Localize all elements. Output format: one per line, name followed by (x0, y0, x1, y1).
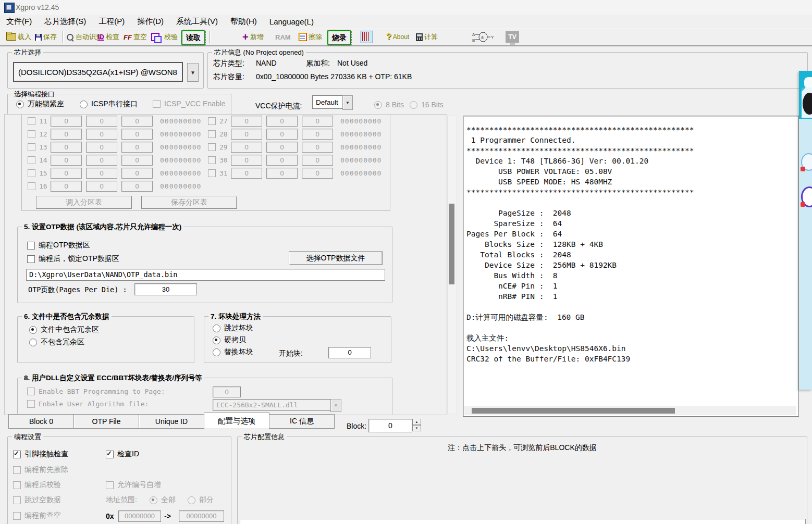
logic-test-button[interactable]: A B & Y (472, 31, 494, 43)
form-vertical-scrollbar[interactable] (447, 116, 457, 414)
scrollbar-thumb[interactable] (449, 204, 454, 284)
promo-pill-icon (804, 77, 812, 89)
select-otp-file-button[interactable]: 选择OTP数据文件 (289, 251, 383, 265)
partition-value-input[interactable]: 0 (51, 142, 82, 153)
hardcopy-radio[interactable]: 硬拷贝 (213, 335, 246, 345)
partition-value-input[interactable]: 0 (51, 129, 82, 140)
console-horizontal-scrollbar[interactable] (464, 406, 796, 415)
program-otp-checkbox[interactable]: 编程OTP数据区 (27, 241, 90, 250)
menu-language[interactable]: Language(L) (263, 15, 320, 28)
partition-value-input[interactable]: 0 (86, 142, 117, 153)
about-button[interactable]: ? About (386, 31, 409, 43)
partition-value-input[interactable]: 0 (51, 181, 82, 192)
calculator-button[interactable]: 计算 (416, 31, 438, 43)
chip-select-dropdown-button[interactable]: ▼ (187, 63, 199, 82)
promo-panel[interactable] (799, 71, 812, 390)
check-id-button[interactable]: ID 检查 (97, 31, 119, 43)
partition-value-input[interactable]: 0 (86, 181, 117, 192)
partition-value-input[interactable]: 0 (302, 142, 333, 153)
menu-project[interactable]: 工程(P) (92, 15, 131, 29)
vcc-current-select[interactable]: Default (312, 95, 347, 109)
tab-block0[interactable]: Block 0 (8, 414, 74, 429)
partition-value-input[interactable]: 0 (86, 116, 117, 127)
partition-value-input[interactable]: 0 (266, 116, 298, 127)
tab-otp-file[interactable]: OTP File (73, 414, 139, 429)
socket-radio[interactable]: 万能锁紧座 (16, 99, 64, 109)
spinner-down-icon[interactable]: ▼ (412, 425, 421, 431)
with-redundant-radio[interactable]: 文件中包含冗余区 (29, 325, 99, 334)
scrollbar-thumb[interactable] (472, 408, 675, 414)
start-block-input[interactable]: 0 (328, 347, 371, 358)
partition-value-input[interactable]: 0 (121, 129, 153, 140)
partition-checkbox-icon[interactable] (28, 130, 35, 138)
partition-value-input[interactable]: 0 (302, 155, 333, 166)
blank-check-button[interactable]: FF 查空 (124, 31, 147, 43)
partition-value-input[interactable]: 0 (51, 155, 82, 166)
partition-value-input[interactable]: 0 (231, 129, 262, 140)
partition-value-input[interactable]: 0 (231, 168, 262, 179)
partition-value-input[interactable]: 0 (266, 155, 298, 166)
partition-value-input[interactable]: 0 (266, 142, 298, 153)
menu-help[interactable]: 帮助(H) (224, 15, 263, 29)
menu-system-tools[interactable]: 系统工具(V) (170, 15, 224, 29)
partition-checkbox-icon[interactable] (208, 169, 216, 177)
tab-ic-info[interactable]: IC 信息 (269, 414, 335, 429)
block-spinner[interactable]: ▲ ▼ (412, 419, 421, 431)
tab-unique-id[interactable]: Unique ID (139, 414, 204, 429)
burn-button[interactable]: 烧录 (327, 30, 351, 45)
partition-value-input[interactable]: 0 (121, 116, 153, 127)
partition-value-input[interactable]: 0 (86, 129, 117, 140)
vcc-dropdown-button[interactable]: ▼ (342, 95, 353, 110)
partition-checkbox-icon[interactable] (208, 156, 216, 164)
partition-value-input[interactable]: 0 (121, 142, 153, 153)
partition-value-input[interactable]: 0 (121, 168, 153, 179)
spinner-up-icon[interactable]: ▲ (412, 419, 421, 425)
checkbox-icon (27, 400, 35, 408)
tab-config-options[interactable]: 配置与选项 (204, 413, 269, 429)
chip-test-button[interactable] (361, 31, 373, 43)
skip-badblock-radio[interactable]: 跳过坏块 (213, 323, 253, 333)
menu-operate[interactable]: 操作(D) (131, 15, 170, 29)
partition-value-input[interactable]: 0 (231, 116, 262, 127)
replace-badblock-radio[interactable]: 替换坏块 (213, 347, 253, 357)
partition-value-input[interactable]: 0 (121, 155, 153, 166)
partition-value-input[interactable]: 0 (121, 181, 153, 192)
partition-value-input[interactable]: 0 (231, 155, 262, 166)
partition-value-input[interactable]: 0 (86, 168, 117, 179)
partition-value-input[interactable]: 0 (302, 168, 333, 179)
partition-checkbox-icon[interactable] (208, 143, 216, 151)
verify-button[interactable]: 校验 (151, 31, 178, 43)
icsp-radio[interactable]: ICSP串行接口 (80, 99, 138, 109)
pin-contact-checkbox[interactable]: 引脚接触检查 (13, 450, 68, 459)
otp-file-path-input[interactable]: D:\Xgpro\UserData\NAND\OTP_data.bin (26, 269, 385, 281)
partition-checkbox-icon[interactable] (28, 169, 35, 177)
without-redundant-radio[interactable]: 不包含冗余区 (29, 338, 84, 347)
erase-button[interactable]: 擦除 (299, 31, 322, 43)
chip-select-combobox[interactable]: (DOSILICON)DS35Q2GA(x1+ISP) @WSON8 (13, 62, 183, 82)
save-button[interactable]: 保存 (35, 31, 57, 43)
partition-value-input[interactable]: 0 (302, 116, 333, 127)
partition-checkbox-icon[interactable] (208, 130, 216, 138)
menu-file[interactable]: 文件(F) (0, 15, 38, 29)
partition-value-input[interactable]: 0 (51, 168, 82, 179)
partition-value-input[interactable]: 0 (51, 116, 82, 127)
otp-pages-input[interactable]: 30 (134, 283, 197, 295)
partition-value-input[interactable]: 0 (86, 155, 117, 166)
block-number-input[interactable]: 0 (368, 419, 412, 432)
lock-otp-checkbox[interactable]: 编程后，锁定OTP数据区 (27, 254, 119, 264)
read-button[interactable]: 读取 (181, 30, 205, 45)
load-button[interactable]: 载入 (6, 31, 31, 43)
partition-checkbox-icon[interactable] (28, 117, 35, 125)
partition-checkbox-icon[interactable] (28, 156, 35, 164)
partition-checkbox-icon[interactable] (28, 143, 35, 151)
partition-checkbox-icon[interactable] (208, 117, 216, 125)
partition-value-input[interactable]: 0 (302, 129, 333, 140)
tv-button[interactable]: TV (506, 31, 519, 43)
add-button[interactable]: + 新增 (242, 31, 264, 43)
partition-value-input[interactable]: 0 (231, 142, 262, 153)
partition-value-input[interactable]: 0 (266, 129, 298, 140)
partition-checkbox-icon[interactable] (28, 182, 35, 190)
menu-chip-select[interactable]: 芯片选择(S) (38, 15, 92, 29)
check-id-checkbox[interactable]: 检查ID (106, 450, 139, 459)
partition-value-input[interactable]: 0 (266, 168, 298, 179)
